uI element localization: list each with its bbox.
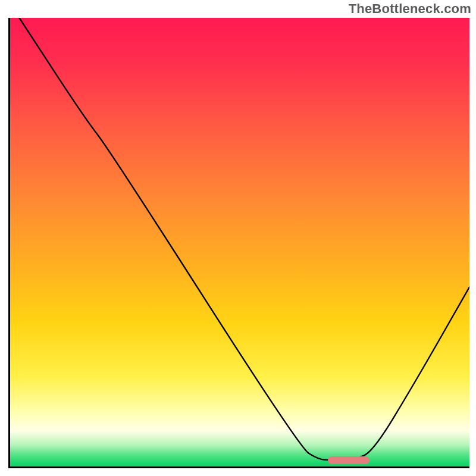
bottleneck-curve: [19, 18, 469, 460]
optimal-range-marker: [328, 456, 369, 464]
bottleneck-chart: TheBottleneck.com: [0, 0, 476, 476]
plot-area: [8, 18, 469, 468]
curve-svg: [10, 18, 469, 466]
watermark-text: TheBottleneck.com: [349, 1, 471, 17]
